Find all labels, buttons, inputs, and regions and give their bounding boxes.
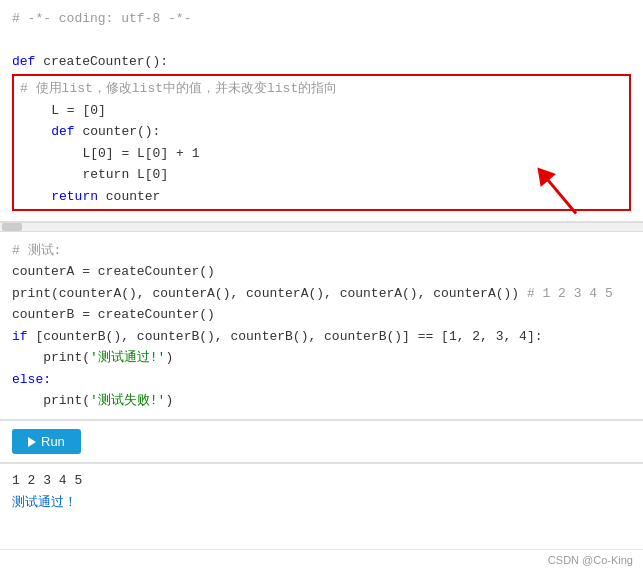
run-button[interactable]: Run [12,429,81,454]
hl-return-l0-text: return L[0] [20,167,168,182]
svg-line-0 [544,175,576,213]
arrow-container [523,155,583,225]
hl-comment-line: # 使用list，修改list中的值，并未改变list的指向 [20,78,623,99]
output-numbers: 1 2 3 4 5 [12,470,631,491]
output-area: 1 2 3 4 5 测试通过！ [0,463,643,549]
hl-l-assign: L = [0] [20,100,623,121]
print-comment: # 1 2 3 4 5 [519,286,613,301]
hl-l-assign-text: L = [0] [20,103,106,118]
hl-counter-ref: counter [98,189,160,204]
if-line: if [counterB(), counterB(), counterB(), … [12,326,631,347]
output-result: 测试通过！ [12,492,631,513]
code-top-area: # -*- coding: utf-8 -*- def createCounte… [0,0,643,222]
else-line: else: [12,369,631,390]
print-text: print(counterA(), counterA(), counterA()… [12,286,519,301]
print-pass-line: print('测试通过!') [12,347,631,368]
scrollbar-thumb[interactable] [2,223,22,231]
hl-counter-name: counter(): [75,124,161,139]
hl-comment: # 使用list，修改list中的值，并未改变list的指向 [20,81,337,96]
kw-def: def [12,54,35,69]
run-button-label: Run [41,434,65,449]
print-line: print(counterA(), counterA(), counterA()… [12,283,631,304]
print-pass-close: ) [165,350,173,365]
test-comment-line: # 测试: [12,240,631,261]
fail-string: '测试失败!' [90,393,165,408]
test-comment: # 测试: [12,243,61,258]
counter-a-assign: counterA = createCounter() [12,261,631,282]
counter-b-assign: counterB = createCounter() [12,304,631,325]
fn-createcounter: createCounter(): [35,54,168,69]
kw-return: return [20,189,98,204]
hl-def-counter: def counter(): [20,121,623,142]
kw-def2: def [20,124,75,139]
counter-a-text: counterA = createCounter() [12,264,215,279]
play-icon [28,437,36,447]
hl-l0-assign-text: L[0] = L[0] + 1 [20,146,199,161]
print-fail-close: ) [165,393,173,408]
def-line: def createCounter(): [12,51,631,72]
red-arrow-icon [523,155,593,230]
counter-b-text: counterB = createCounter() [12,307,215,322]
footer-text: CSDN @Co-King [548,554,633,566]
blank-line [12,29,631,50]
kw-if: if [12,329,28,344]
run-area: Run [0,420,643,462]
coding-line: # -*- coding: utf-8 -*- [12,8,631,29]
coding-comment: # -*- coding: utf-8 -*- [12,11,191,26]
pass-string: '测试通过!' [90,350,165,365]
kw-else: else: [12,372,51,387]
editor-container: # -*- coding: utf-8 -*- def createCounte… [0,0,643,570]
footer: CSDN @Co-King [0,549,643,570]
code-bottom-area: # 测试: counterA = createCounter() print(c… [0,232,643,420]
print-fail-line: print('测试失败!') [12,390,631,411]
if-condition: [counterB(), counterB(), counterB(), cou… [28,329,543,344]
print-fail-text: print( [12,393,90,408]
print-pass-text: print( [12,350,90,365]
